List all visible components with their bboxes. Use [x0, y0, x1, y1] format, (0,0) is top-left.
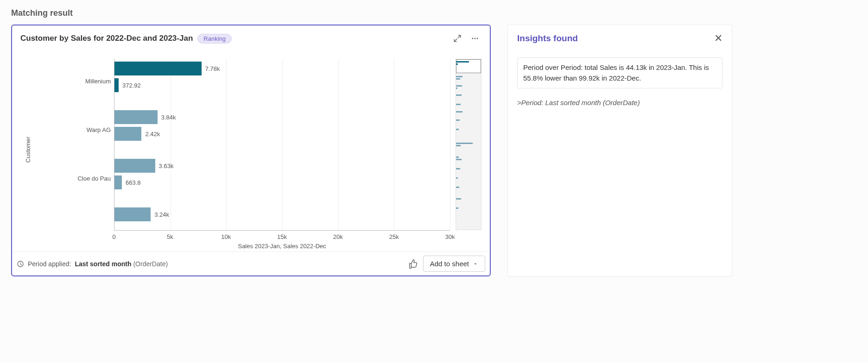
- bar-group: Millenium7.78k372.92: [114, 59, 450, 100]
- bar-value-label: 3.24k: [154, 211, 169, 218]
- insights-title: Insights found: [517, 33, 578, 44]
- insight-card[interactable]: Period over Period: total Sales is 44.13…: [517, 57, 722, 88]
- bar-row: 3.24k: [114, 207, 450, 221]
- bar-row: 663.8: [114, 175, 450, 189]
- x-axis-title: Sales 2023-Jan, Sales 2022-Dec: [114, 243, 450, 250]
- period-applied-value: Last sorted month: [75, 260, 131, 268]
- period-applied-dim: (OrderDate): [133, 260, 168, 268]
- section-title: Matching result: [11, 8, 857, 18]
- card-header: Customer by Sales for 2022-Dec and 2023-…: [12, 25, 490, 48]
- close-icon[interactable]: ✕: [714, 33, 722, 44]
- add-to-sheet-button[interactable]: Add to sheet: [423, 256, 485, 272]
- chart-area: Customer Millenium7.78k372.92Warp AG3.84…: [12, 48, 490, 251]
- bar-value-label: 2.42k: [145, 131, 160, 138]
- bar-row: 372.92: [114, 78, 450, 92]
- x-axis: Sales 2023-Jan, Sales 2022-Dec 05k10k15k…: [114, 230, 450, 249]
- more-menu-icon[interactable]: [469, 32, 482, 45]
- fullscreen-icon[interactable]: [451, 32, 464, 45]
- x-tick-label: 30k: [445, 233, 455, 240]
- bar-group: Warp AG3.84k2.42k: [114, 107, 450, 148]
- period-applied: Period applied: Last sorted month (Order…: [17, 260, 168, 268]
- bar[interactable]: [114, 62, 202, 75]
- category-label: Millenium: [36, 78, 114, 85]
- ranking-badge: Ranking: [197, 34, 232, 44]
- svg-point-1: [475, 38, 476, 39]
- bar-row: 3.84k: [114, 110, 450, 124]
- card-title: Customer by Sales for 2022-Dec and 2023-…: [20, 34, 193, 43]
- bar-row: 2.42k: [114, 127, 450, 141]
- svg-point-0: [472, 38, 473, 39]
- caret-down-icon: [473, 261, 478, 267]
- result-card: Customer by Sales for 2022-Dec and 2023-…: [11, 25, 491, 276]
- bar-value-label: 3.63k: [159, 163, 174, 169]
- x-tick-label: 20k: [333, 233, 343, 240]
- bar-group: Cloe do Pau3.63k663.8: [114, 156, 450, 197]
- bar[interactable]: [114, 207, 151, 221]
- x-tick-label: 25k: [389, 233, 399, 240]
- x-tick-label: 10k: [221, 233, 231, 240]
- bar-value-label: 3.84k: [161, 114, 176, 121]
- x-tick-label: 15k: [277, 233, 287, 240]
- chart-overview-scrollbar[interactable]: [456, 59, 482, 230]
- bar[interactable]: [114, 159, 155, 173]
- plot-area[interactable]: Millenium7.78k372.92Warp AG3.84k2.42kClo…: [114, 59, 450, 230]
- insight-period-note: >Period: Last sorted month (OrderDate): [517, 99, 722, 106]
- bar-value-label: 663.8: [126, 179, 141, 186]
- bar[interactable]: [114, 78, 119, 92]
- x-tick-label: 0: [112, 233, 115, 240]
- card-footer: Period applied: Last sorted month (Order…: [12, 251, 490, 275]
- feedback-button[interactable]: [408, 259, 418, 269]
- bar[interactable]: [114, 110, 158, 124]
- bar-row: 7.78k: [114, 62, 450, 75]
- x-tick-label: 5k: [167, 233, 173, 240]
- insights-panel: Insights found ✕ Period over Period: tot…: [507, 25, 732, 276]
- bar[interactable]: [114, 127, 141, 141]
- bar-value-label: 7.78k: [205, 65, 220, 72]
- add-to-sheet-label: Add to sheet: [430, 260, 469, 268]
- svg-point-2: [477, 38, 478, 39]
- y-axis-title: Customer: [25, 137, 32, 163]
- bar-row: 3.63k: [114, 159, 450, 173]
- bar-value-label: 372.92: [122, 82, 141, 89]
- clock-icon: [17, 260, 24, 268]
- period-applied-label: Period applied:: [28, 260, 71, 268]
- category-label: Warp AG: [36, 126, 114, 133]
- category-label: Cloe do Pau: [36, 175, 114, 182]
- bar[interactable]: [114, 175, 122, 189]
